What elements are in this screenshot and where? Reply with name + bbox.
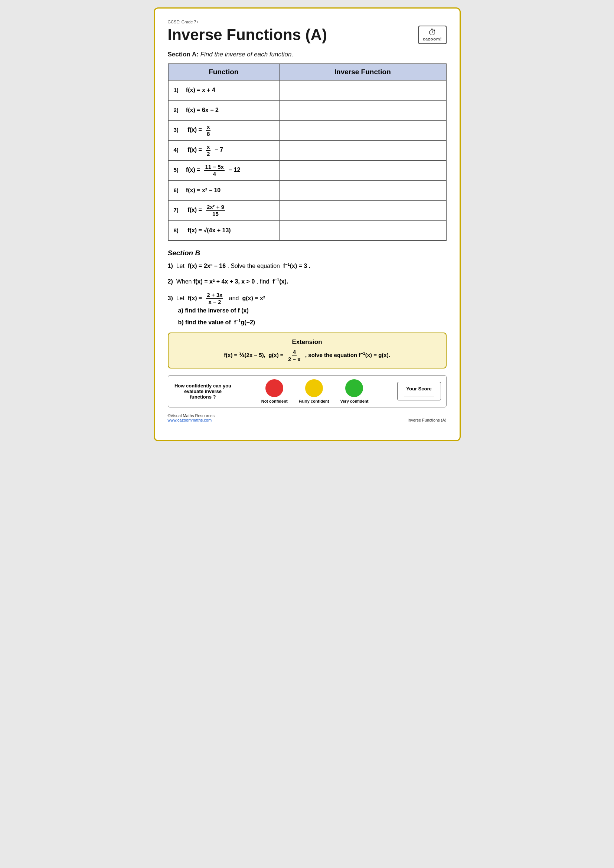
table-row: 1) f(x) = x + 4 [168, 80, 446, 100]
row7-function: 7) f(x) = 2x² + 9 15 [168, 200, 279, 220]
extension-content: f(x) = ⅓(2x − 5), g(x) = 4 2 − x , solve… [176, 349, 439, 363]
col-function-header: Function [168, 64, 279, 80]
row5-formula: f(x) = 11 − 5x 4 − 12 [184, 167, 240, 173]
row1-num: 1) [174, 87, 181, 93]
fairly-confident-label: Fairly confident [299, 399, 329, 403]
row8-inverse [279, 220, 446, 240]
circles-area: Not confident Fairly confident Very conf… [233, 379, 397, 403]
row3-formula: f(x) = x 8 [186, 127, 211, 133]
row7-inverse [279, 200, 446, 220]
row2-formula: f(x) = 6x − 2 [186, 107, 219, 113]
yellow-circle [305, 379, 323, 397]
not-confident-label: Not confident [261, 399, 288, 403]
row7-formula: f(x) = 2x² + 9 15 [186, 207, 226, 213]
header-row: Inverse Functions (A) ⏱ cazoom! [168, 26, 447, 44]
table-row: 3) f(x) = x 8 [168, 120, 446, 140]
row8-function: 8) f(x) = √(4x + 13) [168, 220, 279, 240]
row5-function: 5) f(x) = 11 − 5x 4 − 12 [168, 160, 279, 180]
green-circle [345, 379, 363, 397]
score-box: Your Score [397, 382, 441, 400]
copyright: ©Visual Maths Resources [168, 414, 215, 418]
row4-num: 4) [174, 147, 181, 153]
row8-formula: f(x) = √(4x + 13) [186, 227, 231, 233]
row2-inverse [279, 100, 446, 120]
col-inverse-header: Inverse Function [279, 64, 446, 80]
section-b-item-1: 1) Let f(x) = 2x³ − 16 . Solve the equat… [168, 261, 447, 271]
table-row: 5) f(x) = 11 − 5x 4 − 12 [168, 160, 446, 180]
score-line [404, 396, 434, 396]
row4-inverse [279, 140, 446, 160]
section-b-sub-a: a) find the inverse of f (x) [168, 305, 447, 315]
row6-formula: f(x) = x² − 10 [186, 187, 220, 193]
row6-num: 6) [174, 187, 181, 193]
row5-num: 5) [174, 167, 181, 173]
fairly-confident-item: Fairly confident [299, 379, 329, 403]
table-row: 7) f(x) = 2x² + 9 15 [168, 200, 446, 220]
row2-function: 2) f(x) = 6x − 2 [168, 100, 279, 120]
website-link[interactable]: www.cazoommaths.com [168, 418, 212, 422]
row5-inverse [279, 160, 446, 180]
row3-num: 3) [174, 127, 181, 133]
row1-formula: f(x) = x + 4 [186, 87, 215, 93]
row1-inverse [279, 80, 446, 100]
grade-label: GCSE: Grade 7+ [168, 20, 447, 24]
table-row: 4) f(x) = x 2 − 7 [168, 140, 446, 160]
section-a-header: Section A: Find the inverse of each func… [168, 51, 447, 58]
very-confident-item: Very confident [340, 379, 369, 403]
row6-inverse [279, 180, 446, 200]
logo-text: cazoom! [423, 37, 442, 41]
footer: ©Visual Maths Resources www.cazoommaths.… [168, 414, 447, 422]
red-circle [265, 379, 283, 397]
extension-box: Extension f(x) = ⅓(2x − 5), g(x) = 4 2 −… [168, 333, 447, 369]
extension-title: Extension [176, 338, 439, 346]
table-row: 2) f(x) = 6x − 2 [168, 100, 446, 120]
table-row: 6) f(x) = x² − 10 [168, 180, 446, 200]
function-table: Function Inverse Function 1) f(x) = x + … [168, 64, 447, 241]
very-confident-label: Very confident [340, 399, 369, 403]
confidence-question: How confidently can you evaluate inverse… [174, 383, 233, 400]
row4-formula: f(x) = x 2 − 7 [186, 147, 223, 153]
page: GCSE: Grade 7+ Inverse Functions (A) ⏱ c… [154, 8, 460, 441]
row2-num: 2) [174, 107, 181, 113]
table-row: 8) f(x) = √(4x + 13) [168, 220, 446, 240]
section-b-title: Section B [168, 249, 447, 257]
footer-right: Inverse Functions (A) [408, 418, 447, 422]
not-confident-item: Not confident [261, 379, 288, 403]
row6-function: 6) f(x) = x² − 10 [168, 180, 279, 200]
score-label: Your Score [404, 386, 434, 392]
row8-num: 8) [174, 227, 181, 233]
row7-num: 7) [174, 207, 181, 213]
section-b-item-2: 2) When f(x) = x² + 4x + 3, x > 0 , find… [168, 276, 447, 287]
section-b-item-3: 3) Let f(x) = 2 + 3x x − 2 and g(x) = x²… [168, 292, 447, 327]
footer-left: ©Visual Maths Resources www.cazoommaths.… [168, 414, 215, 422]
logo-icon: ⏱ [428, 29, 437, 37]
confidence-row: How confidently can you evaluate inverse… [168, 375, 447, 408]
row4-function: 4) f(x) = x 2 − 7 [168, 140, 279, 160]
section-b-sub-b: b) find the value of f−1g(−2) [168, 317, 447, 327]
row3-inverse [279, 120, 446, 140]
logo-box: ⏱ cazoom! [419, 26, 447, 44]
main-title: Inverse Functions (A) [168, 26, 327, 43]
row3-function: 3) f(x) = x 8 [168, 120, 279, 140]
row1-function: 1) f(x) = x + 4 [168, 80, 279, 100]
